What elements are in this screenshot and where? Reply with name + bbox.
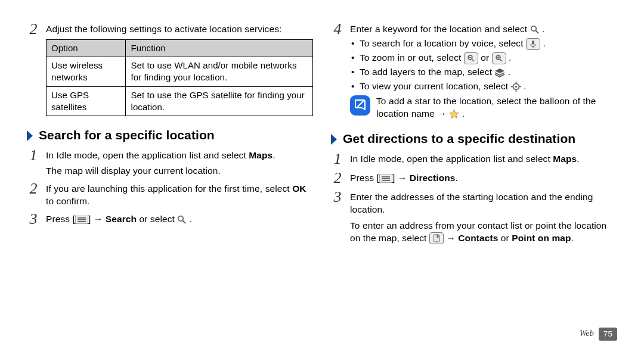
table-cell: Set to use the GPS satellite for finding… — [126, 86, 313, 116]
page-number: 75 — [599, 328, 617, 341]
step-number: 2 — [27, 181, 40, 208]
svg-line-5 — [183, 221, 186, 224]
section-heading: Get directions to a specific destination — [331, 130, 617, 147]
step-number: 2 — [331, 170, 344, 186]
bookmark-tab-icon — [429, 232, 444, 244]
chevron-right-icon — [331, 134, 337, 145]
table-header: Function — [126, 39, 313, 57]
note-icon — [350, 95, 370, 116]
zoom-out-icon — [464, 52, 478, 64]
step-text: Enter a keyword for the location and sel… — [350, 21, 617, 122]
svg-line-12 — [472, 59, 474, 61]
step-number: 1 — [27, 148, 40, 178]
svg-line-7 — [535, 30, 538, 33]
search-icon — [530, 25, 540, 35]
step-text: Press [] → Directions. — [350, 170, 617, 186]
period: . — [187, 214, 192, 224]
my-location-icon — [511, 82, 521, 92]
table-row: Use wireless networks Set to use WLAN an… — [47, 57, 313, 87]
menu-icon — [75, 216, 88, 224]
list-item: To search for a location by voice, selec… — [351, 38, 617, 50]
zoom-in-icon — [492, 52, 506, 64]
chevron-right-icon — [27, 130, 33, 141]
step-text: If you are launching this application fo… — [46, 181, 313, 208]
star-icon — [449, 109, 459, 119]
microphone-icon — [526, 38, 540, 50]
svg-rect-8 — [532, 40, 534, 45]
table-header: Option — [47, 39, 126, 57]
svg-point-6 — [531, 26, 535, 31]
step-text: In Idle mode, open the application list … — [350, 151, 617, 167]
step-text: Adjust the following settings to activat… — [46, 23, 313, 36]
step-number: 2 — [27, 21, 40, 119]
left-column: 2 Adjust the following settings to activ… — [27, 18, 313, 322]
list-item: To add layers to the map, select . — [351, 66, 617, 79]
svg-point-4 — [178, 216, 183, 221]
menu-icon — [379, 174, 392, 183]
step-number: 4 — [331, 21, 344, 122]
heading-text: Search for a specific location — [39, 128, 215, 142]
table-cell: Use wireless networks — [47, 57, 126, 87]
svg-line-24 — [357, 100, 364, 108]
svg-marker-25 — [450, 110, 459, 119]
table-cell: Set to use WLAN and/or mobile networks f… — [126, 57, 313, 87]
svg-point-19 — [515, 86, 517, 88]
list-item: To view your current location, select . — [351, 80, 617, 93]
step-number: 3 — [27, 211, 40, 227]
svg-line-16 — [500, 59, 502, 61]
right-column: 4 Enter a keyword for the location and s… — [331, 18, 617, 322]
table-row: Use GPS satellites Set to use the GPS sa… — [47, 86, 313, 116]
footer-section: Web — [580, 328, 594, 339]
step-text: Enter the addresses of the starting loca… — [350, 189, 617, 245]
svg-marker-17 — [495, 68, 504, 73]
step-number: 3 — [331, 189, 344, 245]
settings-table: Option Function Use wireless networks Se… — [46, 39, 313, 116]
svg-rect-31 — [436, 235, 438, 238]
list-item: To zoom in or out, select or . — [351, 52, 617, 64]
section-heading: Search for a specific location — [27, 127, 313, 144]
step-text: In Idle mode, open the application list … — [46, 148, 313, 178]
step-number: 1 — [331, 151, 344, 167]
heading-text: Get directions to a specific destination — [343, 132, 575, 145]
page-footer: Web 75 — [580, 328, 617, 341]
step-text: Press [] → Search or select . — [46, 211, 313, 227]
note-text: To add a star to the location, select th… — [376, 95, 617, 120]
layers-icon — [494, 68, 505, 77]
table-cell: Use GPS satellites — [47, 86, 126, 116]
search-icon — [177, 215, 187, 225]
